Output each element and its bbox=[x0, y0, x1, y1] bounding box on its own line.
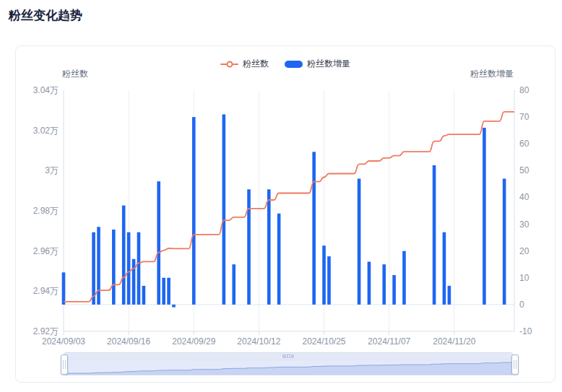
x-axis-tick-label: 2024/11/20 bbox=[433, 336, 475, 347]
bar bbox=[322, 245, 326, 305]
bar bbox=[232, 264, 235, 305]
page-title: 粉丝变化趋势 bbox=[9, 7, 82, 24]
bar bbox=[162, 278, 165, 305]
bar bbox=[358, 178, 361, 304]
bar bbox=[368, 262, 371, 305]
left-axis-tick-label: 3.02万 bbox=[33, 126, 59, 136]
bar bbox=[247, 189, 251, 305]
bar bbox=[142, 286, 146, 305]
datazoom-selected-range[interactable] bbox=[64, 360, 512, 375]
bar bbox=[327, 256, 331, 305]
axis-labels: 3.04万3.02万3万2.98万2.96万2.94万2.92万80706050… bbox=[33, 85, 532, 347]
bar bbox=[137, 232, 141, 305]
left-axis-tick-label: 3.04万 bbox=[33, 85, 59, 95]
right-axis-tick-label: 40 bbox=[519, 192, 529, 202]
left-axis-tick-label: 2.92万 bbox=[33, 326, 59, 336]
bar bbox=[122, 206, 126, 305]
bar bbox=[157, 181, 160, 305]
datazoom-grip-icon[interactable] bbox=[282, 354, 294, 358]
datazoom-slider[interactable] bbox=[64, 352, 513, 375]
trend-chart-plot[interactable]: 3.04万3.02万3万2.98万2.96万2.94万2.92万80706050… bbox=[16, 46, 555, 382]
bar bbox=[172, 305, 176, 308]
right-axis-tick-label: 50 bbox=[519, 165, 529, 175]
bar bbox=[127, 232, 131, 305]
right-axis-tick-label: 30 bbox=[519, 219, 529, 230]
right-axis-tick-label: 60 bbox=[519, 139, 529, 149]
right-axis-tick-label: 70 bbox=[519, 112, 529, 122]
bar bbox=[483, 128, 486, 305]
bar bbox=[132, 259, 136, 305]
x-axis-tick-label: 2024/10/12 bbox=[237, 336, 280, 347]
datazoom-right-handle[interactable] bbox=[511, 354, 519, 375]
bar bbox=[62, 272, 66, 305]
bar bbox=[448, 286, 451, 305]
right-axis-tick-label: 20 bbox=[519, 246, 529, 256]
datazoom-body[interactable] bbox=[64, 360, 512, 375]
left-axis-tick-label: 2.96万 bbox=[33, 246, 59, 256]
left-axis-tick-label: 2.98万 bbox=[33, 206, 59, 216]
bar bbox=[92, 232, 95, 305]
bar bbox=[443, 232, 446, 305]
bar bbox=[192, 117, 196, 305]
x-axis-tick-label: 2024/10/25 bbox=[302, 336, 345, 347]
datazoom-move-strip[interactable] bbox=[64, 353, 512, 360]
right-axis-tick-label: 10 bbox=[519, 273, 529, 283]
bar bbox=[503, 178, 506, 304]
bar bbox=[112, 230, 116, 305]
x-axis-tick-label: 2024/09/03 bbox=[42, 336, 85, 347]
right-axis-tick-label: 80 bbox=[519, 85, 529, 95]
fans-line bbox=[64, 112, 514, 302]
x-axis-tick-label: 2024/09/29 bbox=[172, 336, 215, 347]
x-axis-tick-label: 2024/09/16 bbox=[107, 336, 150, 347]
bar bbox=[222, 114, 226, 304]
right-axis-tick-label: 0 bbox=[519, 300, 524, 310]
bar bbox=[312, 152, 316, 305]
bar bbox=[167, 278, 170, 305]
bar bbox=[433, 165, 436, 305]
chart-card: 粉丝数 粉丝数增量 粉丝数 粉丝数增量 3.04万3.02万3万2.98万2.9… bbox=[15, 45, 555, 383]
bar bbox=[392, 275, 396, 305]
bar bbox=[267, 189, 271, 305]
bar bbox=[382, 264, 386, 305]
bar bbox=[277, 214, 281, 305]
datazoom-left-handle[interactable] bbox=[61, 354, 68, 375]
left-axis-tick-label: 3万 bbox=[45, 165, 59, 175]
left-axis-tick-label: 2.94万 bbox=[33, 286, 59, 296]
x-axis-tick-label: 2024/11/07 bbox=[368, 336, 410, 347]
gridlines bbox=[64, 90, 514, 335]
bar bbox=[402, 251, 406, 305]
right-axis-tick-label: -10 bbox=[519, 326, 532, 336]
bar bbox=[97, 227, 100, 305]
